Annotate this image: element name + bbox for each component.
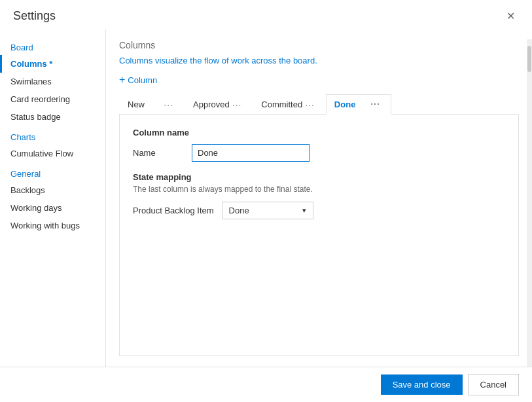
sidebar-item-working-with-bugs[interactable]: Working with bugs [0, 217, 105, 234]
product-backlog-label: Product Backlog Item [133, 206, 214, 215]
plus-icon: + [119, 75, 125, 85]
sidebar-item-working-days[interactable]: Working days [0, 199, 105, 217]
sidebar-section-charts: Charts [0, 126, 105, 145]
scrollbar-thumb [527, 46, 531, 72]
tab-committed[interactable]: Committed ··· [253, 94, 326, 114]
sidebar-section-board: Board [0, 36, 105, 55]
dialog-header: Settings ✕ [0, 0, 532, 29]
sidebar-item-card-reordering[interactable]: Card reordering [0, 90, 105, 108]
tab-new[interactable]: New ··· [119, 94, 185, 114]
settings-dialog: Settings ✕ Board Columns * Swimlanes Car… [0, 0, 532, 402]
tab-new-label: New [128, 100, 161, 109]
tab-new-menu[interactable]: ··· [164, 100, 173, 110]
sidebar-item-columns[interactable]: Columns * [0, 55, 105, 73]
dialog-footer: Save and close Cancel [0, 367, 532, 402]
state-mapping-section: State mapping The last column is always … [133, 172, 505, 219]
name-input[interactable] [192, 144, 310, 162]
chevron-down-icon: ▾ [302, 206, 306, 215]
sidebar-item-status-badge[interactable]: Status badge [0, 108, 105, 126]
section-title: Columns [119, 40, 519, 50]
sidebar-item-backlogs[interactable]: Backlogs [0, 181, 105, 199]
column-form: Column name Name State mapping The last … [119, 115, 519, 356]
tab-committed-label: Committed [261, 100, 302, 109]
info-text: Columns visualize the flow of work acros… [119, 56, 519, 65]
tab-done-label: Done [334, 100, 368, 109]
state-row: Product Backlog Item Done ▾ [133, 202, 505, 219]
columns-tabs: New ··· Approved ··· Committed ··· Done … [119, 94, 519, 115]
state-mapping-desc: The last column is always mapped to the … [133, 185, 505, 194]
main-content: Columns Columns visualize the flow of wo… [106, 29, 532, 367]
tab-done-menu[interactable]: ··· [370, 99, 380, 109]
cancel-button[interactable]: Cancel [468, 374, 519, 395]
save-and-close-button[interactable]: Save and close [381, 375, 463, 395]
sidebar-item-swimlanes[interactable]: Swimlanes [0, 73, 105, 90]
sidebar: Board Columns * Swimlanes Card reorderin… [0, 29, 106, 367]
dialog-body: Board Columns * Swimlanes Card reorderin… [0, 29, 532, 367]
add-column-button[interactable]: + Column [119, 75, 519, 85]
state-mapping-title: State mapping [133, 172, 505, 182]
tab-done[interactable]: Done ··· [326, 94, 391, 115]
tab-approved[interactable]: Approved ··· [185, 94, 253, 114]
tab-approved-menu[interactable]: ··· [232, 100, 242, 110]
close-button[interactable]: ✕ [503, 10, 519, 23]
dialog-title: Settings [13, 9, 56, 23]
name-row: Name [133, 144, 505, 162]
product-backlog-value: Done [229, 206, 249, 215]
sidebar-section-general: General [0, 162, 105, 181]
tab-approved-label: Approved [193, 100, 230, 109]
name-label: Name [133, 148, 185, 158]
add-column-label: Column [128, 75, 157, 85]
sidebar-item-cumulative-flow[interactable]: Cumulative Flow [0, 145, 105, 162]
product-backlog-select[interactable]: Done ▾ [222, 202, 313, 219]
vertical-scrollbar[interactable] [527, 39, 532, 367]
tab-committed-menu[interactable]: ··· [305, 100, 315, 110]
column-name-section-title: Column name [133, 128, 505, 137]
